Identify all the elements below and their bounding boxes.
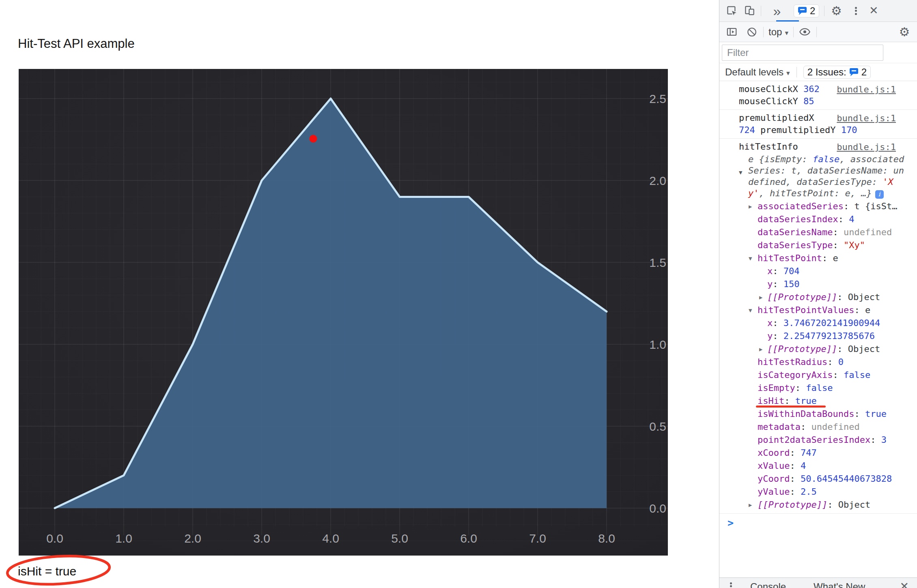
log-levels-dropdown[interactable]: Default levels▾	[725, 67, 790, 78]
x-axis-label: 7.0	[529, 532, 546, 545]
chart-svg: 0.01.02.03.04.05.06.07.08.00.00.51.01.52…	[19, 69, 668, 556]
property-value: undefined	[844, 227, 892, 237]
console-property-row: ▶[[Prototype]]: Object	[739, 291, 917, 304]
property-value: e	[833, 253, 838, 263]
property-name: xCoord	[758, 448, 790, 458]
console-property-row: x: 3.7467202141900944	[739, 317, 917, 330]
expand-arrow[interactable]: ▶	[749, 200, 752, 213]
property-value: 150	[784, 279, 800, 289]
property-value: false	[806, 383, 833, 393]
y-axis-label: 1.0	[649, 338, 666, 351]
property-name: hitTestRadius	[758, 357, 827, 367]
clear-console-icon[interactable]	[745, 27, 758, 37]
property-value: Object	[848, 344, 880, 354]
filter-row	[719, 42, 917, 63]
property-name: isHit	[758, 396, 784, 406]
devtools-panel: » 2 ⚙ ✕ top▾ ⚙ De	[719, 0, 917, 588]
property-value: false	[844, 370, 870, 380]
expand-arrow[interactable]: ▶	[759, 291, 762, 304]
inspect-element-icon[interactable]	[725, 5, 738, 16]
source-link[interactable]: bundle.js:1	[837, 141, 896, 153]
issues-button[interactable]: 2 Issues: 2	[803, 66, 871, 79]
property-name: y	[767, 331, 773, 341]
x-axis-label: 4.0	[322, 532, 339, 545]
divider	[824, 6, 824, 16]
source-link[interactable]: bundle.js:1	[837, 84, 896, 96]
issues-label: 2 Issues:	[807, 67, 846, 78]
x-axis-label: 3.0	[253, 532, 270, 545]
expand-arrow[interactable]: ▼	[749, 252, 752, 265]
device-toolbar-icon[interactable]	[743, 5, 756, 16]
console-property-row: y: 2.254779213785676	[739, 330, 917, 343]
info-icon[interactable]: i	[875, 190, 884, 199]
x-axis-label: 1.0	[115, 532, 132, 545]
console-property-row: xCoord: 747	[739, 446, 917, 459]
console-property-row: x: 704	[739, 265, 917, 278]
drawer-tab-console[interactable]: Console	[750, 581, 786, 588]
property-name: associatedSeries	[758, 201, 844, 211]
issue-bubble-icon	[849, 68, 859, 77]
y-axis-label: 1.5	[649, 256, 666, 269]
drawer-tab-whats-new[interactable]: What's New	[814, 581, 865, 588]
expand-arrow[interactable]: ▼	[749, 304, 752, 317]
divider	[816, 27, 817, 37]
property-name: isEmpty	[758, 383, 795, 393]
console-property-row: isEmpty: false	[739, 382, 917, 395]
hit-test-chart[interactable]: 0.01.02.03.04.05.06.07.08.00.00.51.01.52…	[19, 69, 668, 556]
ishit-circle-annotation	[2, 552, 120, 588]
property-name: x	[767, 318, 773, 328]
object-preview: ▼e {isEmpty: false, associatedSeries: t,…	[748, 154, 907, 199]
property-value: true	[795, 396, 817, 406]
chevron-down-icon: ▾	[785, 29, 788, 37]
close-devtools-icon[interactable]: ✕	[867, 5, 880, 16]
console-property-row: y: 150	[739, 278, 917, 291]
console-property-row: dataSeriesType: "Xy"	[739, 239, 917, 252]
issues-count-button[interactable]: 2	[794, 4, 819, 17]
y-axis-label: 2.5	[649, 92, 666, 105]
property-name: dataSeriesIndex	[758, 214, 838, 224]
divider	[763, 27, 764, 37]
levels-row: Default levels▾ 2 Issues: 2	[719, 63, 917, 81]
source-link[interactable]: bundle.js:1	[837, 112, 896, 124]
property-name: isWithinDataBounds	[758, 409, 854, 419]
property-name: [[Prototype]]	[758, 500, 827, 510]
console-property-row: hitTestRadius: 0	[739, 356, 917, 369]
devtools-main-toolbar: » 2 ⚙ ✕	[719, 0, 917, 22]
console-sidebar-icon[interactable]	[725, 26, 738, 37]
expand-arrow[interactable]: ▶	[749, 498, 752, 511]
property-name: hitTestPoint	[758, 253, 822, 263]
drawer-close-icon[interactable]: ✕	[900, 581, 909, 588]
issue-bubble-icon	[798, 6, 807, 15]
property-name: y	[767, 279, 773, 289]
live-expression-eye-icon[interactable]	[799, 26, 812, 37]
console-property-row: ▼hitTestPointValues: e	[739, 304, 917, 317]
drawer-kebab-icon[interactable]	[723, 581, 739, 588]
y-axis-label: 2.0	[649, 174, 666, 187]
console-property-row: ▶associatedSeries: t {isSt…	[739, 200, 917, 213]
property-name: dataSeriesType	[758, 240, 833, 250]
console-property-row: dataSeriesName: undefined	[739, 226, 917, 239]
collapse-arrow[interactable]: ▼	[739, 167, 742, 178]
property-value: Object	[838, 500, 870, 510]
property-value: 747	[801, 448, 817, 458]
y-axis-label: 0.0	[649, 502, 666, 515]
context-selector[interactable]: top▾	[768, 26, 788, 38]
kebab-menu-icon[interactable]	[849, 6, 863, 16]
x-axis-label: 0.0	[46, 532, 63, 545]
console-settings-gear-icon[interactable]: ⚙	[898, 26, 911, 38]
console-toolbar: top▾ ⚙	[719, 22, 917, 42]
property-value: undefined	[811, 422, 859, 432]
filter-input[interactable]	[722, 45, 883, 61]
more-tabs-button[interactable]: »	[766, 4, 787, 18]
expand-arrow[interactable]: ▶	[759, 343, 762, 356]
property-value: 3	[881, 435, 887, 445]
settings-gear-icon[interactable]: ⚙	[829, 5, 843, 17]
console-prompt[interactable]: >	[719, 514, 917, 528]
property-value: 2.5	[801, 487, 817, 497]
property-name: dataSeriesName	[758, 227, 833, 237]
property-name: [[Prototype]]	[767, 292, 837, 302]
property-value: Object	[848, 292, 880, 302]
console-message: bundle.js:1premultipliedX724 premultipli…	[719, 110, 917, 139]
console-property-row: isHit: true	[739, 395, 917, 408]
console-property-row: dataSeriesIndex: 4	[739, 213, 917, 226]
